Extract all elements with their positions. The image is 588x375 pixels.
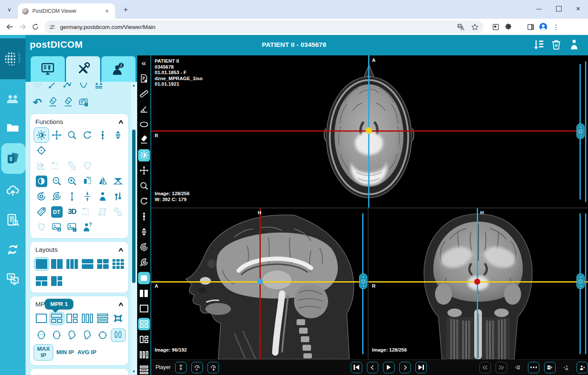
ellipse-roi-button[interactable] bbox=[137, 117, 150, 132]
layout-single-button-active[interactable] bbox=[137, 270, 150, 286]
orientation-posterior-button[interactable] bbox=[49, 327, 64, 343]
save-image-button[interactable] bbox=[64, 219, 80, 235]
window-level-button[interactable] bbox=[34, 127, 49, 143]
zoom-out-button[interactable] bbox=[49, 173, 64, 189]
crosshair-center-dot[interactable] bbox=[366, 127, 372, 134]
freehand-undo-button[interactable] bbox=[34, 219, 49, 235]
last-image-button[interactable] bbox=[415, 362, 427, 373]
avg-ip-button[interactable]: AVG IP bbox=[77, 344, 97, 361]
new-tab-button[interactable]: + bbox=[120, 4, 131, 15]
stack-button[interactable] bbox=[137, 224, 150, 239]
mpr-3rows-button[interactable] bbox=[95, 311, 110, 326]
address-bar[interactable]: germany.postdicom.com/Viewer/Main bbox=[44, 20, 483, 33]
tag-button[interactable] bbox=[34, 204, 49, 219]
mpr-3columns-button[interactable] bbox=[80, 311, 95, 326]
back-button[interactable] bbox=[3, 20, 16, 33]
previous-series-grid-button[interactable] bbox=[512, 362, 523, 373]
pan-button[interactable] bbox=[137, 163, 150, 178]
collapse-chevron-icon[interactable]: ∧ bbox=[118, 301, 124, 307]
player-download-button[interactable] bbox=[175, 362, 187, 373]
reset-window-button[interactable] bbox=[137, 255, 150, 270]
layout-1left-2right-button[interactable] bbox=[137, 332, 150, 347]
bone-removal-button[interactable] bbox=[110, 204, 126, 219]
tab-patient-info[interactable] bbox=[101, 56, 135, 82]
orientation-head-button[interactable] bbox=[95, 327, 110, 343]
mpr-single-button[interactable] bbox=[34, 311, 49, 326]
export-image-button[interactable] bbox=[49, 219, 64, 235]
sort-queue-button[interactable] bbox=[533, 39, 545, 51]
zoom-button[interactable] bbox=[137, 178, 150, 193]
account-button[interactable] bbox=[568, 39, 580, 51]
layout-3col-button[interactable] bbox=[137, 347, 150, 362]
invert-button[interactable] bbox=[34, 173, 49, 189]
maximize-button[interactable] bbox=[549, 0, 568, 17]
scroll-up-arrow[interactable]: ▲ bbox=[131, 83, 136, 88]
roi-skew-button[interactable] bbox=[95, 204, 110, 219]
viewport-coronal[interactable]: H R Image: 128/256 ⌃⌃ bbox=[369, 208, 588, 359]
next-image-button[interactable] bbox=[399, 362, 411, 373]
slice-slider-handle[interactable]: ⌃⌃ bbox=[576, 274, 585, 289]
sidebar-item-folders[interactable] bbox=[0, 114, 26, 141]
layout-1left-2right-button[interactable] bbox=[49, 273, 64, 288]
orientation-right-button[interactable] bbox=[80, 327, 95, 343]
sidebar-item-viewer[interactable] bbox=[0, 145, 26, 172]
next-patient-button[interactable] bbox=[576, 362, 588, 373]
forward-button[interactable] bbox=[16, 20, 29, 33]
layout-1x3-button[interactable] bbox=[64, 256, 80, 271]
previous-series-button[interactable] bbox=[479, 362, 491, 373]
flip-horizontal-button[interactable] bbox=[80, 173, 95, 189]
next-series-grid-button[interactable] bbox=[544, 362, 556, 373]
roi-select-button[interactable] bbox=[49, 158, 64, 173]
sidebar-item-worklist[interactable] bbox=[0, 206, 26, 234]
browser-menu-button[interactable]: ⋮ bbox=[550, 20, 562, 33]
sidebar-item-sync[interactable] bbox=[0, 236, 26, 263]
fit-patient-button[interactable] bbox=[95, 189, 110, 204]
orientation-anterior-button[interactable] bbox=[34, 327, 49, 343]
3d-button[interactable]: 3D bbox=[64, 204, 80, 219]
report-button[interactable] bbox=[137, 71, 150, 86]
reset-window-button[interactable] bbox=[49, 189, 64, 204]
layout-1x1-button[interactable] bbox=[34, 256, 49, 271]
collapse-chevron-icon[interactable]: ∧ bbox=[118, 246, 124, 253]
erase-all-button[interactable] bbox=[61, 95, 76, 110]
zoom-button[interactable] bbox=[64, 127, 80, 143]
localizer-button[interactable] bbox=[34, 143, 49, 158]
pan-button[interactable] bbox=[49, 127, 64, 143]
roi-box-button[interactable] bbox=[80, 204, 95, 219]
measure-button[interactable] bbox=[137, 86, 150, 101]
collapse-chevron-icon[interactable]: ∧ bbox=[118, 118, 124, 125]
close-window-button[interactable]: ✕ bbox=[568, 0, 588, 17]
mpr-oblique-button[interactable] bbox=[110, 311, 126, 326]
tab-close-button[interactable]: ✕ bbox=[103, 7, 111, 15]
bone-tool-button[interactable] bbox=[64, 158, 80, 173]
sidebar-item-share-screen[interactable] bbox=[0, 265, 26, 292]
scroll-button[interactable] bbox=[137, 209, 150, 224]
min-ip-button[interactable]: MIN IP bbox=[55, 344, 75, 361]
scrollbar-thumb[interactable] bbox=[132, 130, 135, 283]
eraser-button[interactable] bbox=[137, 132, 150, 147]
freehand-roi-button[interactable] bbox=[80, 158, 95, 173]
frame-outline-button[interactable] bbox=[137, 301, 150, 316]
window-level-button-active[interactable] bbox=[137, 147, 150, 163]
layout-3row-button[interactable] bbox=[137, 362, 150, 375]
viewport-sagittal[interactable]: H A Image: 96/192 ⌃⌃ bbox=[151, 208, 368, 359]
previous-patient-button[interactable] bbox=[560, 362, 572, 373]
scroll-down-arrow[interactable]: ▼ bbox=[131, 369, 136, 374]
layout-two-button[interactable] bbox=[137, 286, 150, 301]
expand-vertical-button[interactable] bbox=[64, 189, 80, 204]
layout-2x1-button[interactable] bbox=[80, 256, 95, 271]
anonymize-button[interactable] bbox=[80, 219, 95, 235]
side-panel-button[interactable] bbox=[524, 20, 537, 33]
zoom-in-button[interactable] bbox=[64, 173, 80, 189]
tab-tools[interactable] bbox=[66, 56, 100, 82]
save-annotations-button[interactable] bbox=[76, 95, 91, 110]
layout-1top-2bottom-button[interactable] bbox=[34, 273, 49, 288]
mpr-1left-2right-button[interactable] bbox=[64, 311, 80, 326]
angle-button[interactable] bbox=[137, 101, 150, 117]
probe-tool-button[interactable] bbox=[30, 83, 45, 92]
reset-button[interactable] bbox=[34, 189, 49, 204]
scroll-button[interactable] bbox=[95, 127, 110, 143]
mpr-layout-button-active[interactable] bbox=[137, 316, 150, 332]
tab-series[interactable] bbox=[31, 56, 65, 82]
speed-decrease-button[interactable] bbox=[191, 362, 203, 373]
